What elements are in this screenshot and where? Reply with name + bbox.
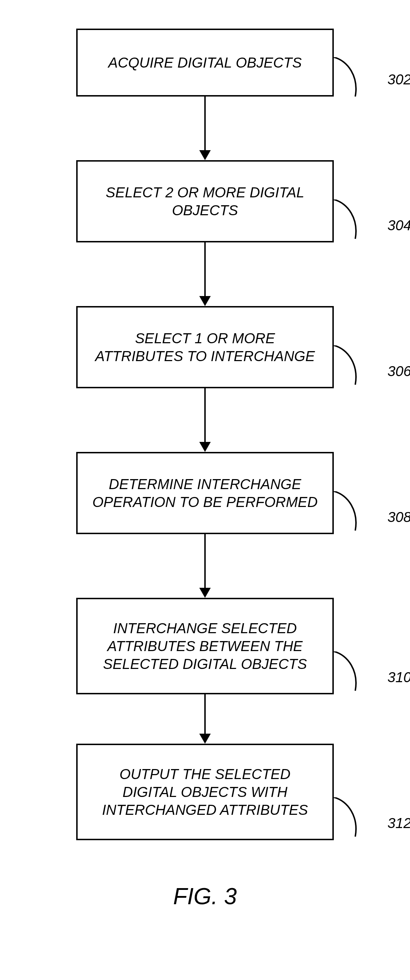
step-ref-label: 304 [388,217,410,234]
step-box-312: OUTPUT THE SELECTED DIGITAL OBJECTS WITH… [76,744,334,840]
step-text: ACQUIRE DIGITAL OBJECTS [108,54,302,72]
step-text: SELECT 1 OR MORE ATTRIBUTES TO INTERCHAN… [92,329,318,365]
arrowhead-down-icon [199,733,211,744]
step-ref-label: 308 [388,509,410,525]
step-ref-label: 312 [388,815,410,831]
callout-curve [334,345,377,388]
step-text: SELECT 2 OR MORE DIGITAL OBJECTS [92,183,318,219]
flow-connector [199,388,211,452]
callout-curve [334,57,377,100]
step-text: DETERMINE INTERCHANGE OPERATION TO BE PE… [92,475,318,511]
step-ref-label: 310 [388,669,410,686]
step-box-304: SELECT 2 OR MORE DIGITAL OBJECTS [76,160,334,242]
arrowhead-down-icon [199,150,211,160]
step-box-310: INTERCHANGE SELECTED ATTRIBUTES BETWEEN … [76,598,334,694]
step-text: OUTPUT THE SELECTED DIGITAL OBJECTS WITH… [92,765,318,819]
step-ref-label: 306 [388,363,410,379]
step-box-302: ACQUIRE DIGITAL OBJECTS [76,29,334,97]
flow-step: ACQUIRE DIGITAL OBJECTS 302 [76,29,334,97]
flowchart: ACQUIRE DIGITAL OBJECTS 302 SELECT 2 OR … [0,29,410,840]
flow-step: SELECT 1 OR MORE ATTRIBUTES TO INTERCHAN… [76,306,334,388]
step-box-308: DETERMINE INTERCHANGE OPERATION TO BE PE… [76,452,334,534]
step-box-306: SELECT 1 OR MORE ATTRIBUTES TO INTERCHAN… [76,306,334,388]
arrowhead-down-icon [199,296,211,306]
step-text: INTERCHANGE SELECTED ATTRIBUTES BETWEEN … [92,619,318,673]
callout-curve [334,199,377,242]
flow-step: OUTPUT THE SELECTED DIGITAL OBJECTS WITH… [76,744,334,840]
callout-curve [334,651,377,694]
flow-connector [199,534,211,598]
flow-step: INTERCHANGE SELECTED ATTRIBUTES BETWEEN … [76,598,334,694]
flow-connector [199,694,211,744]
figure-page: ACQUIRE DIGITAL OBJECTS 302 SELECT 2 OR … [0,0,410,931]
connector-line [204,388,206,442]
arrowhead-down-icon [199,442,211,452]
flow-step: SELECT 2 OR MORE DIGITAL OBJECTS 304 [76,160,334,242]
flow-connector [199,97,211,160]
connector-line [204,97,206,150]
callout-curve [334,491,377,534]
callout-curve [334,797,377,840]
connector-line [204,242,206,296]
flow-step: DETERMINE INTERCHANGE OPERATION TO BE PE… [76,452,334,534]
arrowhead-down-icon [199,588,211,598]
connector-line [204,694,206,733]
flow-connector [199,242,211,306]
connector-line [204,534,206,588]
step-ref-label: 302 [388,72,410,88]
figure-caption: FIG. 3 [0,883,410,910]
